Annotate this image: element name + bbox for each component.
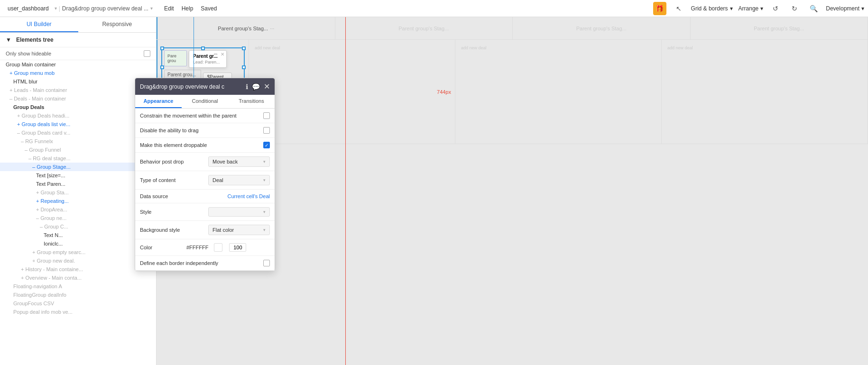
tooltip-title: Parent gr... [193, 54, 222, 59]
tree-item-groupfocus[interactable]: GroupFocus CSV [0, 299, 156, 308]
tree-item-deals-main[interactable]: – Deals - Main container [0, 94, 156, 103]
tree-collapse-icon[interactable]: ▼ [6, 36, 11, 43]
tree-item-text-paren[interactable]: Text Paren... [0, 180, 156, 188]
elements-tree-label: Elements tree [16, 36, 54, 43]
canvas-header-row: Parent group's Stag... ··· Parent group'… [157, 17, 868, 40]
tree-item-group-empty[interactable]: + Group empty searc... [0, 248, 156, 256]
tree-item-group-sta[interactable]: + Group Sta... [0, 188, 156, 197]
handle-tm[interactable] [201, 46, 205, 50]
tooltip-close-btn[interactable]: ✕ [221, 52, 224, 57]
search-button[interactable]: 🔍 [807, 2, 820, 15]
make-droppable-checkbox[interactable]: ✓ [263, 142, 270, 148]
px-label: 744px [437, 89, 451, 95]
tree-item-history[interactable]: + History - Main containe... [0, 265, 156, 274]
data-source-label: Data source [140, 193, 168, 199]
doc-title[interactable]: Drag&drop group overview deal ... [62, 5, 148, 12]
constrain-label: Constrain the movement within the parent [140, 113, 237, 119]
header-cell-1-label: Parent group's Stag... [218, 26, 268, 31]
header-cell-3: Parent group's Stag... [513, 17, 691, 39]
header-cell-3-label: Parent group's Stag... [576, 26, 627, 31]
panel-tab-conditional[interactable]: Conditional [182, 95, 228, 108]
info-icon[interactable]: ℹ [246, 83, 248, 91]
type-of-content-select[interactable]: Deal ▾ [208, 175, 270, 185]
tree-item-group-deals-list[interactable]: + Group deals list vie... [0, 120, 156, 128]
canvas-col-4: add new deal [662, 40, 868, 144]
handle-tl[interactable] [160, 46, 164, 50]
handle-ml[interactable] [160, 65, 164, 69]
elements-tree-header: ▼ Elements tree [0, 33, 156, 47]
tree-item-html-blur[interactable]: HTML blur [0, 77, 156, 86]
tree-item-text-size[interactable]: Text [size=... [0, 171, 156, 180]
tab-ui-builder[interactable]: UI Builder [0, 17, 78, 32]
background-style-select[interactable]: Flat color ▾ [208, 225, 270, 235]
color-label: Color [140, 245, 183, 250]
cursor-tool-button[interactable]: ↖ [672, 2, 685, 15]
tree-item-ioniclc[interactable]: Ioniclc... [0, 239, 156, 248]
gift-icon-button[interactable]: 🎁 [653, 2, 666, 15]
tree-item-rg-deal-stage[interactable]: – RG deal stage... [0, 154, 156, 163]
tree-item-group-deals-card[interactable]: – Group Deals card v... [0, 128, 156, 137]
tree-item-group-menu[interactable]: + Group menu mob [0, 69, 156, 77]
tree-item-group-new-deal[interactable]: + Group new deal. [0, 256, 156, 265]
redo-button[interactable]: ↻ [788, 2, 801, 15]
make-droppable-row: Make this element droppable ✓ [135, 138, 275, 153]
behavior-value: Move back [212, 159, 238, 164]
opacity-input[interactable] [229, 243, 246, 252]
tree-item-floating-nav[interactable]: Floating-navigation A [0, 282, 156, 291]
behavior-label: Behavior post drop [140, 159, 184, 164]
define-border-checkbox[interactable] [263, 260, 270, 266]
behavior-select[interactable]: Move back ▾ [208, 156, 270, 167]
sidebar: UI Builder Responsive ▼ Elements tree On… [0, 17, 157, 365]
behavior-arrow: ▾ [263, 159, 266, 164]
tooltip-sub: Lead: Paren... [193, 60, 222, 64]
header-cell-1-dots[interactable]: ··· [270, 26, 274, 31]
development-dropdown[interactable]: Development ▾ [826, 5, 864, 12]
panel-close-button[interactable]: ✕ [264, 82, 270, 91]
constrain-checkbox[interactable] [263, 112, 270, 119]
header-cell-2-label: Parent group's Stag... [398, 26, 449, 31]
color-swatch[interactable] [214, 243, 222, 252]
edit-menu[interactable]: Edit [164, 5, 174, 12]
only-show-checkbox[interactable] [144, 50, 150, 57]
color-row: Color #FFFFFF [135, 239, 275, 256]
tree-item-overview[interactable]: + Overview - Main conta... [0, 274, 156, 282]
style-select[interactable]: ▾ [208, 207, 270, 217]
panel-tab-appearance[interactable]: Appearance [135, 95, 182, 108]
make-droppable-label: Make this element droppable [140, 142, 207, 148]
development-arrow: ▾ [861, 5, 864, 12]
tooltip-edit-icon[interactable]: ✏ [214, 52, 218, 57]
undo-button[interactable]: ↺ [769, 2, 782, 15]
tree-item-text-n[interactable]: Text N... [0, 231, 156, 239]
topbar: user_dashboard ▾ | Drag&drop group overv… [0, 0, 868, 17]
panel-tab-transitions[interactable]: Transitions [228, 95, 275, 108]
tree-item-group-deals[interactable]: Group Deals [0, 103, 156, 111]
handle-mr[interactable] [242, 65, 246, 69]
disable-drag-checkbox[interactable] [263, 127, 270, 134]
panel-title: Drag&drop group overview deal c [140, 83, 246, 90]
tree-item-group-stage[interactable]: – Group Stage... [0, 163, 156, 171]
tree-item-floating-group[interactable]: FloatingGroup dealInfo [0, 291, 156, 299]
type-of-content-arrow: ▾ [263, 178, 266, 182]
tree-item-leads[interactable]: + Leads - Main container [0, 86, 156, 94]
chat-icon[interactable]: 💬 [252, 83, 260, 91]
tree-item-group-deals-heading[interactable]: + Group Deals headi... [0, 111, 156, 120]
topbar-right: 🎁 ↖ Grid & borders ▾ Arrange ▾ ↺ ↻ 🔍 Dev… [653, 2, 864, 15]
data-source-link[interactable]: Current cell's Deal [227, 193, 270, 199]
panel-body: Constrain the movement within the parent… [135, 109, 275, 271]
type-of-content-label: Type of content [140, 177, 175, 183]
tree-item-group-main[interactable]: Group Main container [0, 60, 156, 69]
tree-item-rg-funnelx[interactable]: – RG Funnelx [0, 137, 156, 146]
help-menu[interactable]: Help [182, 5, 194, 12]
main-layout: UI Builder Responsive ▼ Elements tree On… [0, 17, 868, 365]
tab-responsive[interactable]: Responsive [78, 17, 157, 32]
handle-tr[interactable] [242, 46, 246, 50]
tree-item-repeating[interactable]: + Repeating... [0, 197, 156, 205]
tree-item-group-ne[interactable]: – Group ne... [0, 214, 156, 222]
grid-borders-dropdown[interactable]: Grid & borders ▾ [691, 5, 733, 12]
tree-item-group-funnel[interactable]: – Group Funnel [0, 146, 156, 154]
page-name[interactable]: user_dashboard [4, 5, 53, 12]
tree-item-group-c[interactable]: – Group C... [0, 222, 156, 231]
tree-item-popup-deal[interactable]: Popup deal info mob ve... [0, 308, 156, 316]
tree-item-droparea[interactable]: + DropArea... [0, 205, 156, 214]
arrange-dropdown[interactable]: Arrange ▾ [739, 5, 764, 12]
